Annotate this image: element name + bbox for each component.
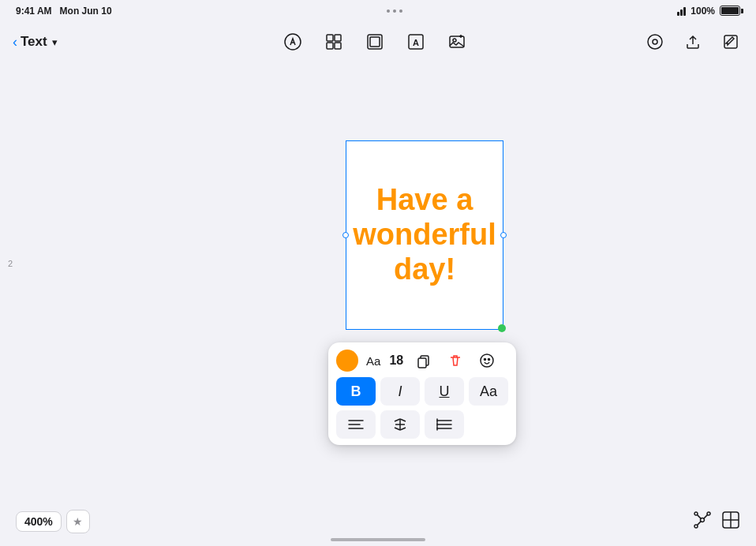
svg-point-16: [481, 354, 493, 367]
align-list-button[interactable]: [425, 410, 464, 439]
copy-icon[interactable]: [412, 349, 436, 372]
page-edge-number: 2: [8, 259, 13, 268]
svg-point-17: [485, 359, 486, 361]
svg-rect-2: [335, 35, 341, 41]
status-bar: 9:41 AM Mon Jun 10 100%: [0, 0, 756, 22]
node-icon[interactable]: [693, 510, 712, 533]
svg-rect-3: [327, 43, 333, 49]
delete-icon[interactable]: [443, 349, 467, 372]
bold-button[interactable]: B: [336, 377, 376, 406]
underline-button[interactable]: U: [425, 377, 464, 406]
svg-line-38: [697, 514, 701, 518]
svg-point-11: [648, 35, 662, 49]
bottom-right-icons: [693, 510, 740, 533]
svg-point-10: [453, 39, 456, 42]
align-left-button[interactable]: [336, 410, 376, 439]
shapes-icon[interactable]: [280, 29, 305, 54]
wifi-icon: [677, 7, 686, 16]
text-box[interactable]: Have a wonderful day!: [346, 140, 503, 330]
font-label[interactable]: Aa: [366, 354, 380, 368]
color-dot-button[interactable]: [336, 350, 358, 372]
svg-text:A: A: [413, 38, 419, 47]
smiley-icon[interactable]: [475, 349, 499, 372]
layers-icon[interactable]: [362, 29, 387, 54]
svg-rect-4: [335, 43, 341, 49]
edit-icon[interactable]: [718, 29, 743, 54]
text-box-content: Have a wonderful day!: [345, 175, 504, 294]
resize-handle-left[interactable]: [342, 232, 349, 238]
svg-line-26: [395, 428, 400, 430]
italic-button[interactable]: I: [380, 377, 420, 406]
main-toolbar: ‹ Text ▾: [0, 22, 756, 62]
status-center-dots: [387, 9, 402, 13]
align-center-special-button[interactable]: [380, 410, 420, 439]
svg-line-27: [400, 428, 406, 430]
toolbar-center: A: [107, 29, 642, 54]
resize-handle-right[interactable]: [500, 232, 507, 238]
grid-icon[interactable]: [321, 29, 346, 54]
svg-rect-6: [370, 37, 380, 47]
ft-row2: B I U Aa: [336, 377, 508, 406]
layout-icon[interactable]: [721, 510, 740, 533]
document-title: Text: [21, 34, 47, 50]
zoom-badge: 400% ★: [16, 510, 90, 533]
floating-toolbar: Aa 18: [328, 342, 516, 445]
status-time: 9:41 AM Mon Jun 10: [16, 6, 112, 17]
status-right: 100%: [677, 6, 740, 17]
ft-row3: [336, 410, 508, 439]
settings-icon[interactable]: [642, 29, 668, 54]
svg-rect-1: [327, 35, 333, 41]
svg-line-24: [395, 419, 400, 421]
svg-line-39: [703, 514, 707, 518]
svg-rect-15: [418, 358, 426, 368]
back-chevron-icon[interactable]: ‹: [13, 34, 17, 50]
title-dropdown-icon[interactable]: ▾: [52, 36, 58, 48]
svg-line-40: [697, 521, 701, 525]
canvas-area: 2 Have a wonderful day! Aa 18: [0, 62, 756, 466]
svg-point-18: [488, 359, 490, 361]
zoom-level[interactable]: 400%: [16, 511, 62, 532]
resize-handle-bottom-right[interactable]: [498, 324, 506, 332]
ft-row1: Aa 18: [336, 349, 508, 372]
case-button[interactable]: Aa: [469, 377, 508, 406]
home-indicator: [331, 538, 425, 541]
star-button[interactable]: ★: [66, 510, 90, 533]
svg-point-12: [653, 39, 657, 44]
image-insert-icon[interactable]: [444, 29, 470, 54]
svg-line-25: [400, 419, 406, 421]
text-insert-icon[interactable]: A: [403, 29, 429, 54]
battery-icon: [720, 6, 740, 17]
svg-point-0: [285, 34, 301, 50]
font-size-value[interactable]: 18: [388, 353, 404, 368]
battery-percentage: 100%: [691, 6, 715, 17]
toolbar-left: ‹ Text ▾: [13, 34, 107, 50]
toolbar-right: [642, 29, 743, 54]
share-icon[interactable]: [680, 29, 705, 54]
